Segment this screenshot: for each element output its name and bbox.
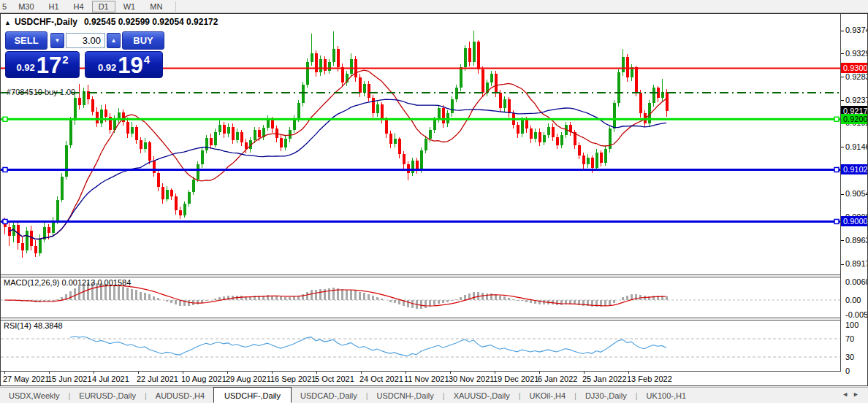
buy-price-box[interactable]: 0.92 19 4	[85, 51, 163, 78]
date-label: 10 Aug 2021	[181, 375, 226, 383]
chart-tab-eurusd[interactable]: EURUSD-,Daily	[70, 390, 145, 402]
volume-input[interactable]: 3.00	[66, 33, 105, 48]
chart-header: ▲USDCHF-,Daily0.92545 0.92599 0.92054 0.…	[4, 17, 218, 27]
sell-price-sup: 2	[62, 53, 68, 66]
price-tick-label: 0.93290	[845, 49, 868, 58]
price-badge: 0.91020	[841, 164, 868, 174]
price-tick-label: 0.91460	[845, 142, 868, 151]
date-label: 6 Jan 2022	[538, 375, 577, 383]
price-badge: 0.92008	[841, 114, 868, 124]
date-label: 19 Dec 2021	[493, 375, 538, 383]
date-label: 11 Nov 2021	[404, 375, 449, 383]
date-label: 16 Sep 2021	[270, 375, 316, 383]
timeframe-button-5[interactable]: 5	[1, 1, 10, 12]
sell-price-big: 17	[37, 55, 61, 76]
tab-scroll-left-icon[interactable]: ◄	[842, 391, 853, 398]
rsi-pane[interactable]	[1, 320, 841, 371]
price-tick	[841, 100, 844, 101]
date-tick	[49, 372, 50, 374]
macd-axis-label: 0.006038	[845, 277, 868, 286]
date-label: 4 Jul 2021	[92, 375, 129, 383]
price-tick	[841, 77, 844, 77]
rsi-axis-label: 70	[845, 334, 854, 343]
sell-price-small: 0.92	[16, 62, 34, 73]
buy-button[interactable]: BUY	[122, 31, 164, 50]
chart-tab-usdchf[interactable]: USDCHF-,Daily	[213, 387, 292, 403]
date-tick	[450, 372, 451, 374]
price-tick-label: 0.89630	[845, 236, 868, 245]
price-tick-label: 0.92830	[845, 72, 868, 81]
date-tick	[406, 372, 406, 374]
open-order-label: #7084510 buy 1.00	[7, 88, 75, 96]
price-tick-label: 0.92370	[845, 96, 868, 104]
collapse-arrow-icon[interactable]: ▲	[4, 19, 11, 26]
rsi-axis-label: 30	[845, 353, 854, 361]
volume-up-icon[interactable]: ▲	[107, 33, 121, 48]
date-tick	[628, 372, 629, 374]
price-badge: 0.90006	[841, 216, 868, 226]
buy-price-sup: 4	[144, 53, 150, 66]
date-tick	[584, 372, 585, 374]
timeframe-button-m30[interactable]: M30	[12, 1, 40, 12]
buy-price-small: 0.92	[98, 62, 116, 73]
pane-separator	[1, 277, 841, 277]
date-tick	[227, 372, 228, 374]
date-tick	[272, 372, 273, 374]
macd-label: MACD(12,26,9) 0.001213 0.001584	[4, 278, 131, 287]
date-tick	[361, 372, 362, 374]
timeframe-button-h4[interactable]: H4	[67, 1, 91, 12]
pane-separator	[1, 320, 841, 321]
tab-scroll-right-icon[interactable]: ►	[853, 391, 864, 398]
date-tick	[539, 372, 540, 374]
chart-window: ▲USDCHF-,Daily0.92545 0.92599 0.92054 0.…	[0, 13, 868, 386]
price-tick	[841, 194, 844, 195]
date-label: 29 Aug 2021	[226, 375, 271, 383]
date-axis: 27 May 202115 Jun 20214 Jul 202122 Jul 2…	[1, 372, 841, 386]
rsi-axis-label: 100	[845, 321, 859, 329]
price-tick	[841, 53, 844, 54]
price-tick	[841, 240, 844, 241]
chart-tab-dj30[interactable]: DJ30-,Daily	[576, 390, 636, 402]
date-label: 22 Jul 2021	[137, 375, 178, 383]
pane-separator	[1, 318, 841, 318]
chart-tab-bar: USDX,Weekly|EURUSD-,Daily|AUDUSD-,H4USDC…	[0, 387, 868, 403]
macd-axis-label: -0.005227	[845, 310, 868, 319]
price-tick-label: 0.89170	[845, 259, 868, 268]
date-label: 24 Oct 2021	[359, 375, 403, 383]
price-badge: 0.93006	[841, 63, 868, 73]
timeframe-button-w1[interactable]: W1	[117, 1, 142, 12]
chart-title: USDCHF-,Daily	[15, 17, 77, 27]
timeframe-button-h1[interactable]: H1	[42, 1, 66, 12]
toolbar-divider	[175, 1, 176, 12]
buy-price-big: 19	[118, 55, 142, 76]
date-tick	[94, 372, 94, 374]
sell-button[interactable]: SELL	[5, 31, 47, 50]
chart-tab-audusd[interactable]: AUDUSD-,H4	[147, 390, 213, 402]
date-label: 30 Nov 2021	[449, 375, 494, 383]
chart-tab-uk100[interactable]: UK100-,H1	[638, 390, 695, 402]
date-label: 5 Oct 2021	[315, 375, 354, 383]
date-tick	[316, 372, 317, 374]
chart-tab-usdcnh[interactable]: USDCNH-,Daily	[368, 390, 443, 402]
date-label: 27 May 2021	[3, 375, 50, 383]
ohlc-values: 0.92545 0.92599 0.92054 0.92172	[84, 17, 218, 27]
rsi-label: RSI(14) 48.3848	[4, 321, 63, 330]
date-tick	[495, 372, 495, 374]
pane-separator	[1, 275, 841, 275]
sell-price-box[interactable]: 0.92 17 2	[5, 51, 80, 78]
price-tick	[841, 31, 844, 31]
price-tick	[841, 264, 844, 265]
date-tick	[183, 372, 183, 374]
rsi-axis-label: 0	[845, 366, 850, 375]
date-tick	[4, 372, 5, 374]
timeframe-toolbar: 5M30H1H4D1W1MN	[0, 0, 868, 13]
chart-tab-ukoil[interactable]: UKOil-,H4	[521, 390, 575, 402]
timeframe-button-mn[interactable]: MN	[143, 1, 169, 12]
chart-tab-xauusd[interactable]: XAUUSD-,Daily	[445, 390, 519, 402]
date-label: 15 Jun 2021	[47, 375, 92, 383]
tab-scroll-arrows[interactable]: ◄►	[842, 391, 864, 398]
chart-tab-usdx[interactable]: USDX,Weekly	[0, 390, 68, 402]
volume-down-icon[interactable]: ▼	[50, 33, 64, 48]
chart-tab-usdcad[interactable]: USDCAD-,Daily	[292, 390, 366, 402]
timeframe-button-d1[interactable]: D1	[92, 1, 115, 12]
